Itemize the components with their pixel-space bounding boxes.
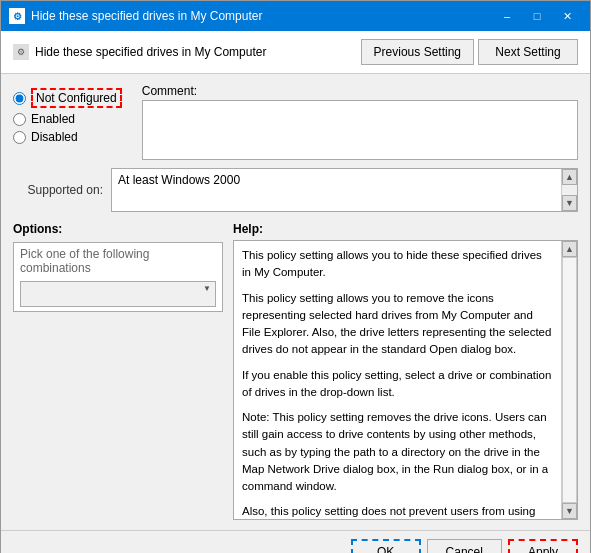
help-content-wrapper: This policy setting allows you to hide t… — [233, 240, 578, 520]
radio-disabled-label: Disabled — [31, 130, 78, 144]
main-window: ⚙ Hide these specified drives in My Comp… — [0, 0, 591, 553]
help-title: Help: — [233, 222, 578, 236]
combo-label: Pick one of the following combinations — [20, 247, 149, 275]
supported-box: At least Windows 2000 ▲ ▼ — [111, 168, 578, 212]
help-para-4: Note: This policy setting removes the dr… — [242, 409, 553, 495]
help-scroll-down[interactable]: ▼ — [562, 503, 577, 519]
radio-disabled[interactable]: Disabled — [13, 130, 122, 144]
radio-not-configured-input[interactable] — [13, 92, 26, 105]
dialog-header: ⚙ Hide these specified drives in My Comp… — [1, 31, 590, 74]
options-help-row: Options: Pick one of the following combi… — [13, 222, 578, 520]
content-area: Not Configured Enabled Disabled Comment:… — [1, 74, 590, 530]
supported-scrollbar: ▲ ▼ — [561, 169, 577, 211]
radio-disabled-input[interactable] — [13, 131, 26, 144]
comment-label: Comment: — [142, 84, 578, 98]
radio-enabled[interactable]: Enabled — [13, 112, 122, 126]
close-button[interactable]: ✕ — [552, 6, 582, 26]
help-para-1: This policy setting allows you to hide t… — [242, 247, 553, 282]
dropdown-inner: ▼ — [25, 284, 211, 293]
help-scroll-up[interactable]: ▲ — [562, 241, 577, 257]
supported-section: Supported on: At least Windows 2000 ▲ ▼ — [13, 168, 578, 212]
previous-setting-button[interactable]: Previous Setting — [361, 39, 474, 65]
dropdown-arrow-icon: ▼ — [203, 284, 211, 293]
dialog-header-icon: ⚙ — [13, 44, 29, 60]
footer: OK Cancel Apply — [1, 530, 590, 553]
title-bar-controls: – □ ✕ — [492, 6, 582, 26]
radio-enabled-label: Enabled — [31, 112, 75, 126]
radio-enabled-input[interactable] — [13, 113, 26, 126]
next-setting-button[interactable]: Next Setting — [478, 39, 578, 65]
radio-not-configured[interactable]: Not Configured — [13, 88, 122, 108]
title-bar: ⚙ Hide these specified drives in My Comp… — [1, 1, 590, 31]
help-para-5: Also, this policy setting does not preve… — [242, 503, 553, 519]
radio-comment-section: Not Configured Enabled Disabled Comment: — [13, 84, 578, 160]
help-para-2: This policy setting allows you to remove… — [242, 290, 553, 359]
combo-dropdown[interactable]: ▼ — [20, 281, 216, 307]
header-buttons: Previous Setting Next Setting — [361, 39, 578, 65]
comment-textarea[interactable] — [142, 100, 578, 160]
help-scrollbar: ▲ ▼ — [561, 241, 577, 519]
window-title: Hide these specified drives in My Comput… — [31, 9, 262, 23]
supported-scroll-down[interactable]: ▼ — [562, 195, 577, 211]
minimize-button[interactable]: – — [492, 6, 522, 26]
radio-not-configured-label: Not Configured — [31, 88, 122, 108]
help-para-3: If you enable this policy setting, selec… — [242, 367, 553, 402]
ok-button[interactable]: OK — [351, 539, 421, 553]
options-title: Options: — [13, 222, 223, 236]
dialog-title-text: Hide these specified drives in My Comput… — [35, 45, 266, 59]
dialog-header-title: ⚙ Hide these specified drives in My Comp… — [13, 44, 266, 60]
window-icon: ⚙ — [9, 8, 25, 24]
supported-scroll-up[interactable]: ▲ — [562, 169, 577, 185]
help-scroll-track[interactable] — [562, 257, 577, 503]
radio-group: Not Configured Enabled Disabled — [13, 84, 122, 144]
help-panel: Help: This policy setting allows you to … — [233, 222, 578, 520]
comment-section: Comment: — [142, 84, 578, 160]
help-text: This policy setting allows you to hide t… — [234, 241, 561, 519]
supported-on-label: Supported on: — [13, 183, 103, 197]
apply-button[interactable]: Apply — [508, 539, 578, 553]
cancel-button[interactable]: Cancel — [427, 539, 502, 553]
options-panel: Options: Pick one of the following combi… — [13, 222, 223, 520]
supported-value: At least Windows 2000 — [118, 173, 240, 187]
maximize-button[interactable]: □ — [522, 6, 552, 26]
title-bar-left: ⚙ Hide these specified drives in My Comp… — [9, 8, 262, 24]
options-dropdown-area: Pick one of the following combinations ▼ — [13, 242, 223, 312]
